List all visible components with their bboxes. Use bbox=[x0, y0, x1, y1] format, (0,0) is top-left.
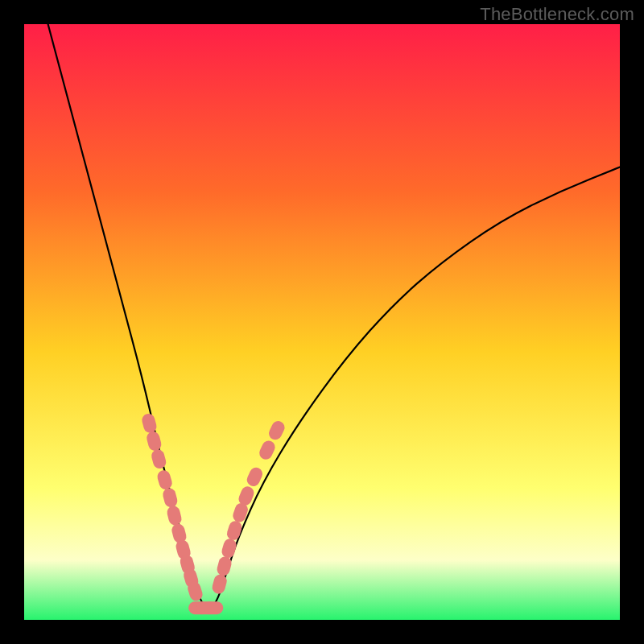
gradient-background bbox=[24, 24, 620, 620]
trough-markers bbox=[188, 601, 223, 614]
watermark-text: TheBottleneck.com bbox=[480, 4, 634, 25]
data-marker bbox=[204, 601, 223, 614]
chart-frame: TheBottleneck.com bbox=[0, 0, 644, 644]
bottleneck-chart bbox=[24, 24, 620, 620]
plot-area bbox=[24, 24, 620, 620]
